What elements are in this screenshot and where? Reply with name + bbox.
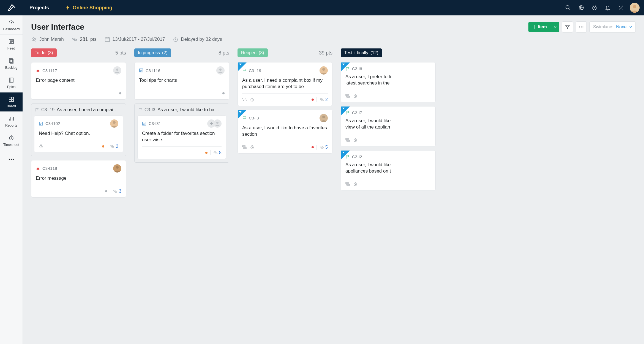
board-card[interactable]: C3-I6As a user, I prefer to lilatest sea… (341, 62, 436, 102)
board-card[interactable]: C3-I31Create a folder for favorites sect… (137, 115, 226, 159)
board-card[interactable]: C3-I2As a user, I would likeappliances b… (341, 150, 436, 190)
timer-icon (353, 182, 358, 186)
svg-rect-45 (244, 100, 246, 101)
swimlane-header[interactable]: C3-I3 As a user, I would like to ha… (137, 107, 226, 113)
sidebar-item-dashboard[interactable]: Dashboard (0, 15, 23, 35)
card-title: As a user, I would likeappliances based … (345, 162, 431, 174)
search-icon[interactable] (562, 2, 574, 14)
add-item-main[interactable]: Item (528, 22, 551, 32)
add-item-button: Item (528, 22, 559, 32)
chevron-down-icon (554, 26, 556, 28)
date-meta: 13/Jul/2017 - 27/Jul/2017 (104, 36, 165, 42)
assignee-avatar (320, 66, 328, 75)
board-card[interactable]: C3-I117Error page content (31, 62, 126, 100)
column-points: 5 pts (115, 50, 126, 56)
app-logo[interactable] (0, 0, 23, 15)
status-dot (102, 145, 104, 148)
sidebar-item-epics[interactable]: Epics (0, 73, 23, 92)
card-points: 2 (320, 97, 328, 102)
board-card[interactable]: C3-I3As a user, I would like to have a f… (238, 110, 332, 154)
board-card[interactable]: C3-I102Need Help? Chat option.2 (34, 115, 123, 153)
svg-rect-7 (10, 59, 13, 63)
column-pill[interactable]: Test it finally (12) (341, 48, 382, 57)
card-corner-flag (238, 110, 247, 119)
board-card[interactable]: C3-I116Tool tips for charts (134, 62, 229, 100)
page-meta: John Marsh 281 pts 13/Jul/2017 - 27/Jul/… (31, 36, 636, 42)
svg-point-48 (321, 100, 324, 101)
breadcrumb-project[interactable]: Online Shopping (66, 5, 112, 11)
owner-name: John Marsh (39, 37, 64, 42)
sidebar-more[interactable] (0, 152, 23, 166)
add-item-dropdown[interactable] (551, 22, 559, 32)
sidebar-item-label: Dashboard (3, 27, 20, 31)
column-pill[interactable]: Reopen (8) (238, 48, 268, 57)
column-name: In progress (138, 50, 160, 55)
sidebar-item-reports[interactable]: Reports (0, 112, 23, 131)
date-range: 13/Jul/2017 - 27/Jul/2017 (113, 37, 165, 42)
status-dot (105, 190, 107, 192)
filter-icon (565, 24, 570, 29)
column-points: 39 pts (319, 50, 332, 56)
svg-point-33 (37, 168, 39, 170)
swimlane-id: C3-I3 (144, 107, 155, 112)
timer-icon (250, 97, 254, 102)
svg-point-19 (582, 26, 583, 28)
card-id: C3-I7 (352, 110, 362, 115)
sidebar-item-timesheet[interactable]: Timesheet (0, 131, 23, 150)
bug-icon (36, 68, 40, 73)
card-corner-flag (341, 107, 350, 115)
sidebar-item-label: Board (7, 104, 16, 108)
bell-icon[interactable] (602, 2, 614, 14)
board-card[interactable]: C3-I19As a user, I need a complaint box … (238, 62, 332, 106)
svg-rect-8 (9, 78, 13, 82)
sidebar-item-backlog[interactable]: Backlog (0, 54, 23, 73)
svg-rect-10 (12, 97, 13, 99)
card-id: C3-I3 (249, 116, 259, 120)
projects-tab[interactable]: Projects (23, 0, 56, 15)
column-pill[interactable]: In progress (2) (134, 48, 171, 57)
column-points: 8 pts (219, 50, 229, 56)
sidebar-item-feed[interactable]: Feed (0, 35, 23, 54)
board-column: Test it finally (12)C3-I6As a user, I pr… (341, 48, 436, 328)
tools-icon[interactable] (615, 2, 627, 14)
board-column: To do (3)5 ptsC3-I117Error page contentC… (31, 48, 126, 328)
swimlane-label: Swimlane: (593, 24, 613, 29)
column-pill[interactable]: To do (3) (31, 48, 57, 57)
kanban-board[interactable]: To do (3)5 ptsC3-I117Error page contentC… (23, 46, 644, 336)
svg-point-49 (322, 116, 325, 118)
coins-icon (72, 36, 78, 42)
column-count: (12) (370, 50, 378, 55)
sidebar-item-label: Reports (5, 124, 17, 127)
card-points: 5 (320, 145, 328, 150)
points-value: 281 (80, 37, 88, 42)
filter-button[interactable] (562, 21, 573, 32)
user-icon (31, 36, 37, 42)
svg-rect-50 (242, 146, 245, 147)
board-card[interactable]: C3-I118Error message3 (31, 160, 126, 198)
swimlane-selector[interactable]: Swimlane: None (590, 21, 636, 32)
timer-icon (250, 145, 254, 149)
timer-icon (39, 144, 43, 149)
user-avatar[interactable] (630, 3, 640, 13)
task-icon (139, 68, 143, 73)
sidebar-item-label: Timesheet (3, 143, 19, 147)
card-title: As a user, I prefer to lilatest searches… (345, 74, 431, 86)
project-name-text: Online Shopping (73, 5, 112, 11)
more-button[interactable] (576, 21, 587, 32)
globe-icon[interactable] (575, 2, 587, 14)
swimlane-header[interactable]: C3-I19 As a user, I need a complai… (34, 107, 123, 113)
sidebar-item-label: Backlog (5, 66, 17, 70)
status-dot (205, 152, 208, 154)
add-assignee-icon[interactable] (207, 119, 215, 128)
clock-icon[interactable] (588, 2, 601, 14)
card-corner-flag (238, 62, 247, 71)
card-id: C3-I6 (352, 66, 362, 71)
card-points: 8 (213, 150, 222, 155)
svg-point-38 (219, 69, 222, 71)
svg-rect-44 (242, 98, 245, 99)
svg-point-3 (633, 5, 636, 8)
sidebar-item-board[interactable]: Board (0, 92, 23, 112)
board-card[interactable]: C3-I7As a user, I would likeview of all … (341, 106, 436, 146)
card-title: Error message (36, 175, 121, 182)
status-dot (312, 146, 314, 148)
